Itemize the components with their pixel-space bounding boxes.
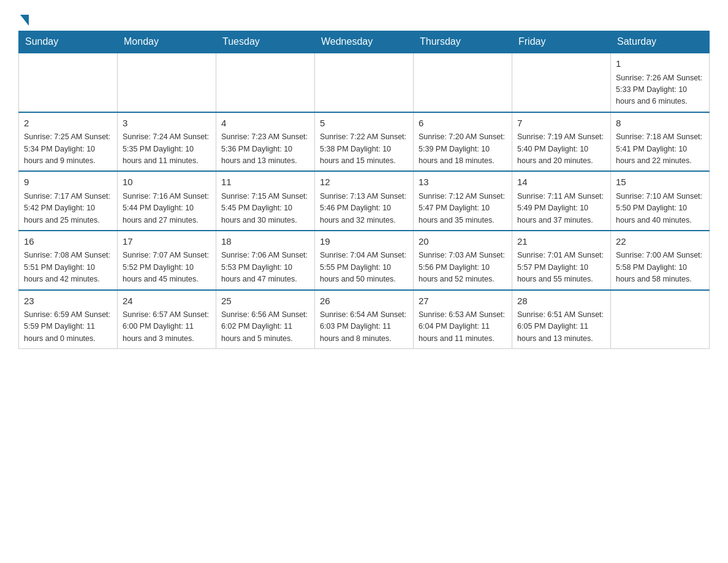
calendar-cell: 5Sunrise: 7:22 AM Sunset: 5:38 PM Daylig… [315,112,414,172]
day-info: Sunrise: 7:07 AM Sunset: 5:52 PM Dayligh… [123,251,209,283]
calendar-week-row: 23Sunrise: 6:59 AM Sunset: 5:59 PM Dayli… [19,290,710,349]
calendar-cell [315,53,414,112]
day-number: 21 [517,235,605,249]
day-info: Sunrise: 7:06 AM Sunset: 5:53 PM Dayligh… [221,251,308,283]
calendar-cell: 7Sunrise: 7:19 AM Sunset: 5:40 PM Daylig… [512,112,611,172]
calendar-cell: 28Sunrise: 6:51 AM Sunset: 6:05 PM Dayli… [512,290,611,349]
day-of-week-header: Sunday [19,31,118,53]
calendar-cell [19,53,118,112]
calendar-cell: 27Sunrise: 6:53 AM Sunset: 6:04 PM Dayli… [414,290,512,349]
day-number: 7 [517,117,605,131]
day-number: 10 [123,175,211,190]
day-number: 19 [320,235,408,249]
calendar-cell: 6Sunrise: 7:20 AM Sunset: 5:39 PM Daylig… [414,112,512,172]
day-info: Sunrise: 7:00 AM Sunset: 5:58 PM Dayligh… [616,251,702,283]
day-number: 23 [24,294,112,308]
day-number: 16 [24,235,112,249]
calendar-cell: 15Sunrise: 7:10 AM Sunset: 5:50 PM Dayli… [611,171,710,231]
day-info: Sunrise: 6:57 AM Sunset: 6:00 PM Dayligh… [123,310,209,343]
calendar-cell [216,53,315,112]
day-info: Sunrise: 7:22 AM Sunset: 5:38 PM Dayligh… [320,132,406,165]
page-header [18,12,710,25]
calendar-cell: 21Sunrise: 7:01 AM Sunset: 5:57 PM Dayli… [512,231,611,290]
calendar-cell: 3Sunrise: 7:24 AM Sunset: 5:35 PM Daylig… [118,112,216,172]
day-of-week-header: Thursday [414,31,512,53]
calendar-cell: 4Sunrise: 7:23 AM Sunset: 5:36 PM Daylig… [216,112,315,172]
day-number: 12 [320,175,408,190]
calendar-cell: 1Sunrise: 7:26 AM Sunset: 5:33 PM Daylig… [611,53,710,112]
day-number: 27 [419,294,507,308]
calendar-cell: 16Sunrise: 7:08 AM Sunset: 5:51 PM Dayli… [19,231,118,290]
day-info: Sunrise: 7:15 AM Sunset: 5:45 PM Dayligh… [221,192,308,224]
day-info: Sunrise: 6:56 AM Sunset: 6:02 PM Dayligh… [221,310,308,343]
day-of-week-header: Wednesday [315,31,414,53]
day-info: Sunrise: 7:04 AM Sunset: 5:55 PM Dayligh… [320,251,406,283]
day-number: 26 [320,294,408,308]
day-number: 6 [419,117,507,131]
day-info: Sunrise: 7:20 AM Sunset: 5:39 PM Dayligh… [419,132,505,165]
calendar-cell: 11Sunrise: 7:15 AM Sunset: 5:45 PM Dayli… [216,171,315,231]
calendar-cell: 13Sunrise: 7:12 AM Sunset: 5:47 PM Dayli… [414,171,512,231]
day-info: Sunrise: 6:54 AM Sunset: 6:03 PM Dayligh… [320,310,406,343]
day-number: 3 [123,117,211,131]
logo [18,12,29,25]
day-info: Sunrise: 7:10 AM Sunset: 5:50 PM Dayligh… [616,192,702,224]
day-info: Sunrise: 7:23 AM Sunset: 5:36 PM Dayligh… [221,132,308,165]
day-number: 5 [320,117,408,131]
day-info: Sunrise: 7:17 AM Sunset: 5:42 PM Dayligh… [24,192,110,224]
day-number: 28 [517,294,605,308]
day-number: 22 [616,235,704,249]
calendar-cell [118,53,216,112]
calendar-cell: 24Sunrise: 6:57 AM Sunset: 6:00 PM Dayli… [118,290,216,349]
day-number: 9 [24,175,112,190]
day-info: Sunrise: 7:13 AM Sunset: 5:46 PM Dayligh… [320,192,406,224]
day-number: 8 [616,117,704,131]
day-number: 1 [616,57,704,71]
day-number: 24 [123,294,211,308]
day-info: Sunrise: 6:59 AM Sunset: 5:59 PM Dayligh… [24,310,110,343]
day-info: Sunrise: 7:24 AM Sunset: 5:35 PM Dayligh… [123,132,209,165]
day-info: Sunrise: 7:01 AM Sunset: 5:57 PM Dayligh… [517,251,604,283]
calendar-cell: 18Sunrise: 7:06 AM Sunset: 5:53 PM Dayli… [216,231,315,290]
day-info: Sunrise: 7:25 AM Sunset: 5:34 PM Dayligh… [24,132,110,165]
calendar-table: SundayMondayTuesdayWednesdayThursdayFrid… [18,31,710,349]
day-number: 18 [221,235,309,249]
calendar-cell [512,53,611,112]
calendar-cell: 26Sunrise: 6:54 AM Sunset: 6:03 PM Dayli… [315,290,414,349]
day-number: 11 [221,175,309,190]
calendar-cell: 22Sunrise: 7:00 AM Sunset: 5:58 PM Dayli… [611,231,710,290]
day-of-week-header: Friday [512,31,611,53]
calendar-cell [611,290,710,349]
calendar-week-row: 2Sunrise: 7:25 AM Sunset: 5:34 PM Daylig… [19,112,710,172]
day-number: 25 [221,294,309,308]
day-info: Sunrise: 7:18 AM Sunset: 5:41 PM Dayligh… [616,132,702,165]
day-info: Sunrise: 6:53 AM Sunset: 6:04 PM Dayligh… [419,310,505,343]
calendar-cell: 14Sunrise: 7:11 AM Sunset: 5:49 PM Dayli… [512,171,611,231]
calendar-cell: 2Sunrise: 7:25 AM Sunset: 5:34 PM Daylig… [19,112,118,172]
day-info: Sunrise: 7:26 AM Sunset: 5:33 PM Dayligh… [616,74,702,106]
day-info: Sunrise: 7:03 AM Sunset: 5:56 PM Dayligh… [419,251,505,283]
day-info: Sunrise: 7:16 AM Sunset: 5:44 PM Dayligh… [123,192,209,224]
day-of-week-header: Saturday [611,31,710,53]
day-number: 4 [221,117,309,131]
day-info: Sunrise: 7:12 AM Sunset: 5:47 PM Dayligh… [419,192,505,224]
day-info: Sunrise: 7:08 AM Sunset: 5:51 PM Dayligh… [24,251,110,283]
calendar-cell [414,53,512,112]
calendar-cell: 20Sunrise: 7:03 AM Sunset: 5:56 PM Dayli… [414,231,512,290]
calendar-cell: 23Sunrise: 6:59 AM Sunset: 5:59 PM Dayli… [19,290,118,349]
calendar-cell: 10Sunrise: 7:16 AM Sunset: 5:44 PM Dayli… [118,171,216,231]
calendar-week-row: 16Sunrise: 7:08 AM Sunset: 5:51 PM Dayli… [19,231,710,290]
day-info: Sunrise: 7:19 AM Sunset: 5:40 PM Dayligh… [517,132,604,165]
calendar-cell: 8Sunrise: 7:18 AM Sunset: 5:41 PM Daylig… [611,112,710,172]
day-number: 20 [419,235,507,249]
calendar-cell: 17Sunrise: 7:07 AM Sunset: 5:52 PM Dayli… [118,231,216,290]
day-number: 17 [123,235,211,249]
day-of-week-header: Tuesday [216,31,315,53]
day-of-week-header: Monday [118,31,216,53]
calendar-cell: 19Sunrise: 7:04 AM Sunset: 5:55 PM Dayli… [315,231,414,290]
logo-arrow-icon [20,15,29,26]
day-info: Sunrise: 6:51 AM Sunset: 6:05 PM Dayligh… [517,310,604,343]
day-info: Sunrise: 7:11 AM Sunset: 5:49 PM Dayligh… [517,192,604,224]
calendar-cell: 12Sunrise: 7:13 AM Sunset: 5:46 PM Dayli… [315,171,414,231]
calendar-header-row: SundayMondayTuesdayWednesdayThursdayFrid… [19,31,710,53]
